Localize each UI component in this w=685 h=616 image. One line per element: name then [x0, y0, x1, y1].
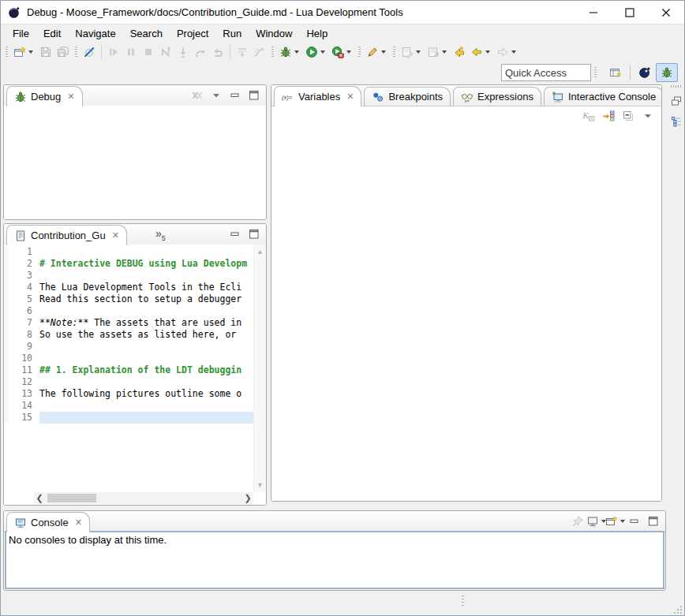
editor-horizontal-scrollbar[interactable]: ❮ ❯ — [34, 492, 253, 504]
editor-line-15[interactable]: 15 — [4, 412, 254, 424]
dropdown-arrow-icon[interactable] — [28, 50, 33, 54]
maximize-window-button[interactable] — [612, 1, 648, 24]
show-type-names-button[interactable]: K — [582, 109, 596, 123]
editor-line-1[interactable]: 1 — [4, 246, 254, 258]
maximize-view-button[interactable] — [646, 514, 661, 528]
menu-window[interactable]: Window — [249, 26, 299, 41]
close-icon[interactable]: ✕ — [346, 91, 354, 102]
scroll-left-icon[interactable]: ❮ — [34, 492, 45, 504]
menu-navigate[interactable]: Navigate — [68, 26, 122, 41]
use-step-filters-icon — [253, 46, 266, 58]
restore-view-icon — [670, 95, 683, 107]
line-number: 11 — [9, 364, 39, 376]
scroll-up-icon[interactable]: ▲ — [254, 246, 266, 257]
menu-help[interactable]: Help — [299, 26, 335, 41]
editor-line-14[interactable]: 14 — [4, 400, 254, 412]
minimize-window-button[interactable] — [575, 1, 612, 24]
close-icon[interactable]: ✕ — [67, 91, 74, 102]
editor-line-6[interactable]: 6 — [4, 305, 254, 317]
menu-run[interactable]: Run — [215, 26, 249, 41]
tab-contribution-guide[interactable]: Contribution_Gu ✕ — [6, 225, 127, 245]
open-console-button[interactable] — [608, 514, 623, 528]
trim-drag-handle[interactable] — [671, 85, 682, 88]
tab-interactive-console[interactable]: Interactive Console — [544, 87, 662, 106]
editor-line-11[interactable]: 11## 1. Explanation of the LDT debuggin — [4, 364, 254, 376]
minimize-view-button[interactable] — [228, 88, 242, 103]
suspend-button — [122, 43, 140, 62]
new-wizard-button[interactable] — [11, 43, 37, 62]
outline-view-button[interactable] — [669, 114, 683, 129]
menu-search[interactable]: Search — [123, 26, 170, 41]
tab-expressions[interactable]: x=Expressions — [453, 87, 541, 106]
window-controls — [575, 1, 684, 24]
maximize-view-button[interactable] — [247, 88, 261, 103]
quick-access-input[interactable] — [501, 64, 591, 81]
debug-button[interactable] — [277, 43, 303, 62]
collapse-all-button[interactable] — [621, 109, 635, 123]
editor-vertical-scrollbar[interactable]: ▲ ▼ — [253, 245, 266, 492]
editor-line-5[interactable]: 5Read this section to setup a debugger — [4, 293, 254, 305]
pin-console-icon — [571, 515, 584, 528]
skip-all-breakpoints-button[interactable] — [80, 43, 98, 62]
toolbar-group — [399, 42, 520, 62]
line-text: The following pictures outline some o — [39, 388, 254, 400]
scrollbar-thumb[interactable] — [47, 494, 96, 502]
tab-label: Interactive Console — [568, 91, 656, 103]
menu-file[interactable]: File — [6, 26, 36, 41]
resize-grip[interactable] — [673, 605, 683, 614]
run-button[interactable] — [303, 43, 329, 62]
close-icon[interactable]: ✕ — [75, 517, 82, 528]
lua-perspective-button[interactable] — [634, 63, 656, 82]
tab-variables[interactable]: (x)=Variables✕ — [274, 86, 361, 106]
view-menu-button[interactable] — [641, 109, 655, 123]
console-tabbar: Console ✕ — [4, 511, 665, 532]
display-selected-console-button[interactable] — [590, 514, 604, 528]
external-tools-button[interactable] — [364, 43, 390, 62]
editor-line-13[interactable]: 13The following pictures outline some o — [4, 388, 254, 400]
editor-text-area[interactable]: 12# Interactive DEBUG using Lua Developm… — [4, 245, 254, 492]
open-perspective-button[interactable] — [605, 63, 627, 82]
editor-line-2[interactable]: 2# Interactive DEBUG using Lua Developm — [4, 258, 254, 270]
editor-line-12[interactable]: 12 — [4, 376, 254, 388]
maximize-view-button[interactable] — [247, 227, 261, 241]
scroll-right-icon[interactable]: ❯ — [242, 492, 253, 504]
editor-line-8[interactable]: 8So use the assets as listed here, or — [4, 329, 254, 341]
back-button[interactable] — [468, 43, 494, 62]
dropdown-arrow-icon[interactable] — [346, 50, 351, 54]
tab-console[interactable]: Console ✕ — [6, 512, 90, 532]
forward-button — [494, 43, 520, 62]
editor-line-10[interactable]: 10 — [4, 353, 254, 364]
close-icon[interactable]: ✕ — [112, 230, 119, 241]
console-content: No consoles to display at this time. — [5, 531, 664, 589]
show-logical-structure-button[interactable] — [601, 109, 616, 123]
menu-edit[interactable]: Edit — [36, 26, 68, 41]
scroll-down-icon[interactable]: ▼ — [254, 480, 266, 491]
view-menu-button[interactable] — [209, 88, 223, 103]
dropdown-arrow-icon[interactable] — [294, 50, 299, 54]
dropdown-arrow-icon[interactable] — [620, 520, 625, 523]
menu-bar: FileEditNavigateSearchProjectRunWindowHe… — [1, 24, 684, 42]
editor-line-4[interactable]: 4The Lua Development Tools in the Ecli — [4, 282, 254, 293]
save-button — [37, 43, 54, 62]
tab-breakpoints[interactable]: Breakpoints — [364, 87, 451, 106]
editor-line-9[interactable]: 9 — [4, 341, 254, 353]
editor-line-7[interactable]: 7**Note:** The assets that are used in — [4, 317, 254, 329]
dropdown-arrow-icon[interactable] — [320, 50, 325, 54]
restore-view-button[interactable] — [669, 94, 683, 108]
hidden-editors-chevron[interactable]: »5 — [155, 227, 166, 242]
statusbar-drag-handle[interactable] — [462, 595, 464, 608]
close-window-button[interactable] — [648, 1, 684, 24]
minimize-view-button[interactable] — [228, 227, 242, 241]
dropdown-arrow-icon[interactable] — [381, 50, 386, 54]
dropdown-arrow-icon[interactable] — [416, 50, 421, 54]
editor-line-3[interactable]: 3 — [4, 270, 254, 282]
run-attach-button[interactable] — [329, 43, 355, 62]
tab-debug[interactable]: Debug ✕ — [6, 86, 83, 106]
minimize-view-button[interactable] — [627, 514, 642, 528]
dropdown-arrow-icon[interactable] — [485, 50, 490, 54]
last-edit-location-button[interactable] — [451, 43, 468, 62]
menu-project[interactable]: Project — [170, 26, 215, 41]
debug-perspective-button[interactable] — [656, 63, 678, 82]
dropdown-arrow-icon[interactable] — [442, 50, 447, 54]
dropdown-arrow-icon[interactable] — [511, 50, 516, 54]
